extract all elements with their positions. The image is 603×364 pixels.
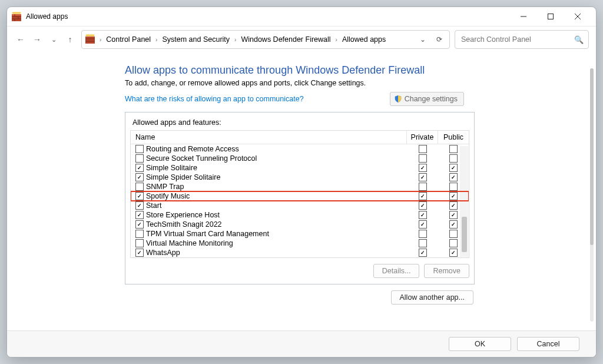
app-row[interactable]: Simple Spider Solitaire <box>131 173 469 182</box>
app-enabled-checkbox[interactable] <box>135 154 144 163</box>
change-settings-button[interactable]: Change settings <box>390 92 464 106</box>
private-checkbox[interactable] <box>419 183 427 191</box>
refresh-button[interactable]: ⟳ <box>433 35 446 44</box>
app-enabled-checkbox[interactable] <box>135 239 144 247</box>
window: Allowed apps ← → ⌄ ↑ › Control Panel › S… <box>6 6 597 358</box>
app-row[interactable]: Routing and Remote Access <box>131 144 469 154</box>
public-checkbox[interactable] <box>449 183 458 191</box>
app-name-label: TPM Virtual Smart Card Management <box>146 230 269 238</box>
app-name-label: SNMP Trap <box>146 183 184 191</box>
app-row[interactable]: SNMP Trap <box>131 182 469 191</box>
public-checkbox[interactable] <box>449 239 458 247</box>
private-checkbox[interactable] <box>419 220 427 229</box>
public-checkbox[interactable] <box>449 220 458 229</box>
cancel-button[interactable]: Cancel <box>517 337 579 351</box>
private-checkbox[interactable] <box>419 201 427 210</box>
breadcrumb-0[interactable]: Control Panel <box>106 35 151 44</box>
close-button[interactable] <box>564 7 591 26</box>
app-name-label: Secure Socket Tunneling Protocol <box>146 154 257 163</box>
private-checkbox[interactable] <box>419 249 427 257</box>
search-box[interactable]: 🔍 <box>455 30 589 49</box>
ok-button[interactable]: OK <box>449 337 511 351</box>
svg-rect-6 <box>85 37 95 44</box>
public-checkbox[interactable] <box>449 249 458 257</box>
private-checkbox[interactable] <box>419 154 427 163</box>
navbar: ← → ⌄ ↑ › Control Panel › System and Sec… <box>7 27 596 55</box>
grid-scrollbar[interactable] <box>460 146 468 257</box>
app-row[interactable]: Spotify Music <box>131 191 469 201</box>
public-checkbox[interactable] <box>449 192 458 200</box>
app-name-label: Start <box>146 201 161 210</box>
search-input[interactable] <box>460 35 574 44</box>
window-controls <box>510 7 591 26</box>
app-enabled-checkbox[interactable] <box>135 145 144 153</box>
remove-button[interactable]: Remove <box>424 264 469 278</box>
app-enabled-checkbox[interactable] <box>135 230 144 238</box>
private-checkbox[interactable] <box>419 239 427 247</box>
col-name-header[interactable]: Name <box>131 131 407 144</box>
allow-another-app-button[interactable]: Allow another app... <box>391 290 474 305</box>
public-checkbox[interactable] <box>449 230 458 238</box>
apps-grid: Name Private Public Routing and Remote A… <box>130 130 469 258</box>
app-row[interactable]: Simple Solitaire <box>131 163 469 173</box>
col-private-header[interactable]: Private <box>407 131 438 144</box>
app-enabled-checkbox[interactable] <box>135 164 144 172</box>
app-row[interactable]: Secure Socket Tunneling Protocol <box>131 154 469 163</box>
risks-link[interactable]: What are the risks of allowing an app to… <box>125 95 304 103</box>
public-checkbox[interactable] <box>449 211 458 219</box>
app-name-label: Simple Solitaire <box>146 164 197 172</box>
maximize-button[interactable] <box>537 7 564 26</box>
app-enabled-checkbox[interactable] <box>135 201 144 210</box>
public-checkbox[interactable] <box>449 173 458 181</box>
app-name-label: TechSmith Snagit 2022 <box>146 220 222 229</box>
public-checkbox[interactable] <box>449 164 458 172</box>
app-row[interactable]: WhatsApp <box>131 248 469 257</box>
public-checkbox[interactable] <box>449 154 458 163</box>
address-bar[interactable]: › Control Panel › System and Security › … <box>81 30 450 49</box>
col-public-header[interactable]: Public <box>438 131 469 144</box>
chevron-right-icon: › <box>233 37 237 43</box>
app-row[interactable]: TPM Virtual Smart Card Management <box>131 229 469 239</box>
chevron-right-icon: › <box>98 37 102 43</box>
private-checkbox[interactable] <box>419 211 427 219</box>
app-enabled-checkbox[interactable] <box>135 183 144 191</box>
grid-header: Name Private Public <box>131 131 469 144</box>
grid-scroll-thumb[interactable] <box>462 217 467 252</box>
app-enabled-checkbox[interactable] <box>135 173 144 181</box>
app-enabled-checkbox[interactable] <box>135 220 144 229</box>
address-dropdown[interactable]: ⌄ <box>416 35 429 44</box>
up-button[interactable]: ↑ <box>64 33 77 46</box>
app-name-label: Spotify Music <box>146 192 190 200</box>
details-button[interactable]: Details... <box>373 264 420 278</box>
app-enabled-checkbox[interactable] <box>135 192 144 200</box>
private-checkbox[interactable] <box>419 230 427 238</box>
public-checkbox[interactable] <box>449 145 458 153</box>
recent-dropdown[interactable]: ⌄ <box>47 33 60 46</box>
private-checkbox[interactable] <box>419 192 427 200</box>
app-enabled-checkbox[interactable] <box>135 249 144 257</box>
app-row[interactable]: Store Experience Host <box>131 210 469 220</box>
window-scroll-thumb[interactable] <box>590 68 594 245</box>
app-row[interactable]: Start <box>131 201 469 210</box>
page-heading: Allow apps to communicate through Window… <box>125 64 572 77</box>
private-checkbox[interactable] <box>419 145 427 153</box>
grid-body[interactable]: Routing and Remote AccessSecure Socket T… <box>131 144 469 257</box>
firewall-icon <box>12 12 21 21</box>
change-settings-label: Change settings <box>405 95 458 103</box>
content-area: Allow apps to communicate through Window… <box>7 55 596 332</box>
app-row[interactable]: TechSmith Snagit 2022 <box>131 220 469 229</box>
window-scrollbar[interactable] <box>590 68 594 322</box>
breadcrumb-2[interactable]: Windows Defender Firewall <box>241 35 330 44</box>
breadcrumb-3[interactable]: Allowed apps <box>342 35 386 44</box>
back-button[interactable]: ← <box>14 33 27 46</box>
app-enabled-checkbox[interactable] <box>135 211 144 219</box>
private-checkbox[interactable] <box>419 164 427 172</box>
private-checkbox[interactable] <box>419 173 427 181</box>
app-name-label: Store Experience Host <box>146 211 220 219</box>
minimize-button[interactable] <box>510 7 537 26</box>
breadcrumb-1[interactable]: System and Security <box>162 35 230 44</box>
public-checkbox[interactable] <box>449 201 458 210</box>
forward-button[interactable]: → <box>31 33 44 46</box>
app-row[interactable]: Virtual Machine Monitoring <box>131 239 469 248</box>
titlebar: Allowed apps <box>7 7 596 27</box>
